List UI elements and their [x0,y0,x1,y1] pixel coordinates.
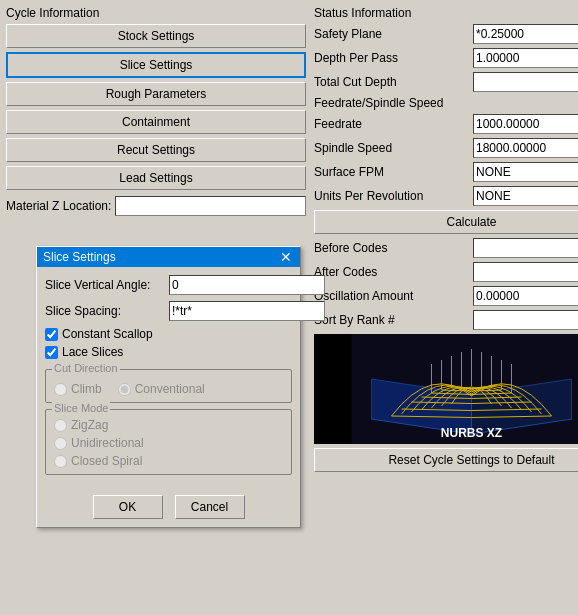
lace-slices-label: Lace Slices [62,345,123,359]
lace-slices-row: Lace Slices [45,345,292,359]
slice-spacing-label: Slice Spacing: [45,304,165,318]
material-z-row: Material Z Location: [6,196,306,216]
zigzag-radio-row: ZigZag [54,418,283,432]
feedrate-input[interactable] [473,114,578,134]
total-cut-depth-row: Total Cut Depth [314,72,578,92]
lead-settings-button[interactable]: Lead Settings [6,166,306,190]
material-z-input[interactable] [115,196,306,216]
slice-spacing-input[interactable] [169,301,325,321]
slice-dialog: Slice Settings ✕ Slice Vertical Angle: S… [36,246,301,528]
containment-button[interactable]: Containment [6,110,306,134]
cancel-button[interactable]: Cancel [175,495,245,519]
stock-settings-button[interactable]: Stock Settings [6,24,306,48]
left-panel: Cycle Information Stock Settings Slice S… [6,6,306,609]
main-container: Cycle Information Stock Settings Slice S… [0,0,578,615]
sort-by-rank-input[interactable] [473,310,578,330]
safety-plane-input[interactable] [473,24,578,44]
reset-button[interactable]: Reset Cycle Settings to Default [314,448,578,472]
calculate-button[interactable]: Calculate [314,210,578,234]
spindle-speed-row: Spindle Speed [314,138,578,158]
sort-by-rank-label: Sort By Rank # [314,313,469,327]
right-panel: Status Information Safety Plane Depth Pe… [314,6,578,609]
depth-per-pass-row: Depth Per Pass [314,48,578,68]
surface-fpm-label: Surface FPM [314,165,469,179]
cycle-info-section: Cycle Information Stock Settings Slice S… [6,6,306,190]
recut-settings-button[interactable]: Recut Settings [6,138,306,162]
feedrate-row: Feedrate [314,114,578,134]
closed-spiral-radio-row: Closed Spiral [54,454,283,468]
vertical-angle-row: Slice Vertical Angle: [45,275,292,295]
dialog-titlebar: Slice Settings ✕ [37,247,300,267]
constant-scallop-label: Constant Scallop [62,327,153,341]
lace-slices-checkbox[interactable] [45,346,58,359]
oscillation-amount-row: Oscillation Amount [314,286,578,306]
dialog-body: Slice Vertical Angle: Slice Spacing: Con… [37,267,300,489]
slice-spacing-row: Slice Spacing: [45,301,292,321]
units-per-rev-row: Units Per Revolution [314,186,578,206]
depth-per-pass-label: Depth Per Pass [314,51,469,65]
unidirectional-radio[interactable] [54,437,67,450]
rough-parameters-button[interactable]: Rough Parameters [6,82,306,106]
depth-per-pass-input[interactable] [473,48,578,68]
conventional-label: Conventional [135,382,205,396]
zigzag-radio[interactable] [54,419,67,432]
unidirectional-radio-row: Unidirectional [54,436,283,450]
unidirectional-label: Unidirectional [71,436,144,450]
climb-radio[interactable] [54,383,67,396]
climb-radio-row: Climb [54,382,102,396]
constant-scallop-row: Constant Scallop [45,327,292,341]
closed-spiral-radio[interactable] [54,455,67,468]
cut-direction-group: Cut Direction Climb Conventional [45,369,292,403]
cycle-info-label: Cycle Information [6,6,306,20]
ok-button[interactable]: OK [93,495,163,519]
preview-label: NURBS XZ [314,426,578,440]
feedrate-label: Feedrate [314,117,469,131]
units-per-rev-label: Units Per Revolution [314,189,469,203]
after-codes-row: After Codes [314,262,578,282]
surface-fpm-row: Surface FPM [314,162,578,182]
sort-by-rank-row: Sort By Rank # [314,310,578,330]
zigzag-label: ZigZag [71,418,108,432]
constant-scallop-checkbox[interactable] [45,328,58,341]
safety-plane-label: Safety Plane [314,27,469,41]
dialog-title: Slice Settings [43,250,116,264]
surface-fpm-input[interactable] [473,162,578,182]
vertical-angle-input[interactable] [169,275,325,295]
total-cut-depth-input[interactable] [473,72,578,92]
preview-box: NURBS XZ [314,334,578,444]
before-codes-row: Before Codes [314,238,578,258]
safety-plane-row: Safety Plane [314,24,578,44]
slice-mode-group: Slice Mode ZigZag Unidirectional Closed … [45,409,292,475]
material-z-label: Material Z Location: [6,199,111,213]
dialog-close-button[interactable]: ✕ [278,250,294,264]
closed-spiral-label: Closed Spiral [71,454,142,468]
vertical-angle-label: Slice Vertical Angle: [45,278,165,292]
slice-settings-button[interactable]: Slice Settings [6,52,306,78]
total-cut-depth-label: Total Cut Depth [314,75,469,89]
dialog-footer: OK Cancel [37,489,300,527]
conventional-radio[interactable] [118,383,131,396]
units-per-rev-input[interactable] [473,186,578,206]
slice-mode-label: Slice Mode [52,402,110,414]
spindle-speed-label: Spindle Speed [314,141,469,155]
spindle-speed-input[interactable] [473,138,578,158]
status-info-label: Status Information [314,6,578,20]
cut-direction-label: Cut Direction [52,362,120,374]
before-codes-label: Before Codes [314,241,469,255]
oscillation-amount-label: Oscillation Amount [314,289,469,303]
conventional-radio-row: Conventional [118,382,205,396]
after-codes-input[interactable] [473,262,578,282]
feedrate-spindle-label: Feedrate/Spindle Speed [314,96,578,110]
oscillation-amount-input[interactable] [473,286,578,306]
climb-label: Climb [71,382,102,396]
after-codes-label: After Codes [314,265,469,279]
before-codes-input[interactable] [473,238,578,258]
